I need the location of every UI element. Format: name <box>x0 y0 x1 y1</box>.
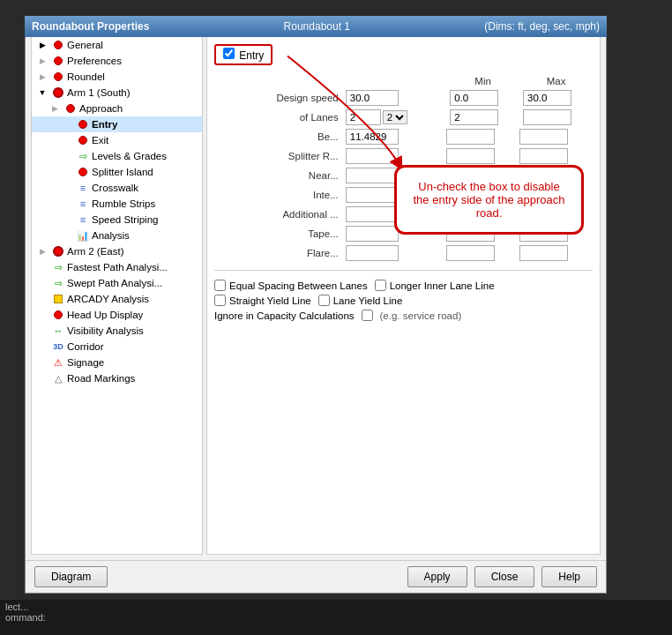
sidebar-item-label: Levels & Grades <box>92 151 167 161</box>
lanes-input[interactable] <box>346 109 381 125</box>
sidebar-item-swept[interactable]: ⇨ Swept Path Analysi... <box>32 275 202 291</box>
field-label: Be... <box>214 127 342 146</box>
field-label: Near... <box>214 166 342 185</box>
sidebar-item-label: Preferences <box>67 56 122 66</box>
field-label: of Lanes <box>214 108 342 127</box>
sidebar-item-label: Exit <box>92 135 108 146</box>
sidebar-item-signage[interactable]: ⚠ Signage <box>32 355 202 370</box>
flare-input[interactable] <box>346 245 399 261</box>
sidebar-item-corridor[interactable]: 3D Corridor <box>32 339 202 355</box>
straight-yield-checkbox[interactable] <box>214 295 226 306</box>
sidebar-item-label: Arm 1 (South) <box>67 87 131 98</box>
max-input[interactable] <box>523 90 571 106</box>
footer-right: Apply Close Help <box>407 566 597 587</box>
sidebar-item-label: Fastest Path Analysi... <box>67 262 168 273</box>
sidebar-item-label: Analysis <box>92 230 130 241</box>
sidebar-item-crosswalk[interactable]: ≡ Crosswalk <box>32 180 202 196</box>
sidebar-item-hud[interactable]: Head Up Display <box>32 307 202 323</box>
sidebar-item-visibility[interactable]: ↔ Visibility Analysis <box>32 323 202 339</box>
be-max[interactable] <box>519 129 568 145</box>
expand-icon <box>60 133 74 147</box>
table-row: Flare... <box>214 243 593 263</box>
flare-max[interactable] <box>519 245 568 261</box>
sidebar-item-speed[interactable]: ≡ Speed Striping <box>32 212 202 228</box>
signage-icon: ⚠ <box>51 355 65 370</box>
sidebar-item-levels[interactable]: ⇨ Levels & Grades <box>32 148 202 164</box>
ignore-hint: (e.g. service road) <box>380 310 462 321</box>
equal-spacing-label: Equal Spacing Between Lanes <box>229 280 368 291</box>
entry-checkbox[interactable] <box>223 48 235 59</box>
near-input[interactable] <box>346 168 399 183</box>
sidebar-item-label: Crosswalk <box>92 183 138 193</box>
equal-spacing-checkbox[interactable] <box>214 280 226 291</box>
inte-input[interactable] <box>346 187 399 203</box>
sidebar-item-exit[interactable]: Exit <box>32 132 202 148</box>
expand-icon <box>35 276 49 290</box>
sidebar-item-label: Swept Path Analysi... <box>67 278 162 288</box>
lanes-select[interactable]: 234 <box>383 110 407 124</box>
sidebar-item-general[interactable]: ▶ General <box>32 37 202 53</box>
lanes-max-input[interactable] <box>523 109 571 125</box>
expand-icon: ▶ <box>35 70 49 84</box>
sidebar-item-label: Signage <box>67 357 104 368</box>
diagram-button[interactable]: Diagram <box>34 566 108 587</box>
red-dot-icon <box>51 70 65 84</box>
close-button[interactable]: Close <box>474 566 535 587</box>
hud-icon <box>51 308 65 322</box>
longer-inner-checkbox[interactable] <box>375 280 386 291</box>
sidebar-item-label: Roundel <box>67 71 105 82</box>
sidebar-item-splitter[interactable]: Splitter Island <box>32 164 202 180</box>
ignore-label: Ignore in Capacity Calculations <box>214 310 355 321</box>
lanes-min-input[interactable] <box>450 109 498 125</box>
field-label: Design speed <box>214 88 342 108</box>
sidebar-item-entry[interactable]: Entry <box>32 116 202 132</box>
red-dot-icon <box>63 101 78 116</box>
sidebar-item-roundel[interactable]: ▶ Roundel <box>32 69 202 85</box>
min-header: Min <box>446 74 519 88</box>
expand-icon <box>60 197 74 211</box>
additional-input[interactable] <box>346 206 399 222</box>
sidebar-item-fastest[interactable]: ⇨ Fastest Path Analysi... <box>32 259 202 275</box>
sidebar-item-approach[interactable]: ▶ Approach <box>32 101 202 116</box>
rumble-icon: ≡ <box>76 197 90 211</box>
callout-box: Un-check the box to disable the entry si… <box>394 165 584 235</box>
sidebar-item-road-markings[interactable]: △ Road Markings <box>32 370 202 386</box>
content-panel: Entry Min Max <box>206 36 601 555</box>
sidebar-item-analysis[interactable]: 📊 Analysis <box>32 228 202 243</box>
divider1 <box>214 270 593 271</box>
field-label: Splitter R... <box>214 146 342 166</box>
expand-icon: ▶ <box>35 54 49 68</box>
splitter-r-max[interactable] <box>519 148 568 164</box>
ignore-checkbox[interactable] <box>362 310 373 321</box>
red-dot-icon <box>76 165 90 179</box>
flare-min[interactable] <box>446 245 495 261</box>
splitter-r-input[interactable] <box>346 148 399 164</box>
swept-icon: ⇨ <box>51 276 65 290</box>
checkbox-row-yield: Straight Yield Line Lane Yield Line <box>214 293 593 308</box>
sidebar-item-label: General <box>67 40 103 50</box>
corridor-icon: 3D <box>51 340 65 354</box>
bottom-line2: ommand: <box>5 612 667 623</box>
sidebar-item-arcady[interactable]: ARCADY Analysis <box>32 291 202 307</box>
tree-panel[interactable]: ▶ General ▶ Preferences ▶ Roundel <box>31 36 203 555</box>
help-button[interactable]: Help <box>541 566 597 587</box>
expand-icon: ▶ <box>35 244 49 258</box>
design-speed-input[interactable] <box>346 90 399 106</box>
apply-button[interactable]: Apply <box>407 566 467 587</box>
expand-icon <box>35 308 49 322</box>
visibility-icon: ↔ <box>51 324 65 338</box>
sidebar-item-preferences[interactable]: ▶ Preferences <box>32 53 202 69</box>
title-bar: Roundabout Properties Roundabout 1 (Dims… <box>25 16 607 37</box>
be-input[interactable] <box>346 129 399 145</box>
min-input[interactable] <box>450 90 498 106</box>
lane-yield-checkbox[interactable] <box>318 295 330 306</box>
sidebar-item-rumble[interactable]: ≡ Rumble Strips <box>32 196 202 212</box>
expand-icon <box>35 324 49 338</box>
sidebar-item-arm1[interactable]: ▼ Arm 1 (South) <box>32 85 202 101</box>
expand-icon <box>35 340 49 354</box>
red-dot-icon <box>51 38 65 52</box>
sidebar-item-arm2[interactable]: ▶ Arm 2 (East) <box>32 243 202 259</box>
splitter-r-min[interactable] <box>446 148 495 164</box>
tape-input[interactable] <box>346 226 399 242</box>
be-min[interactable] <box>446 129 495 145</box>
